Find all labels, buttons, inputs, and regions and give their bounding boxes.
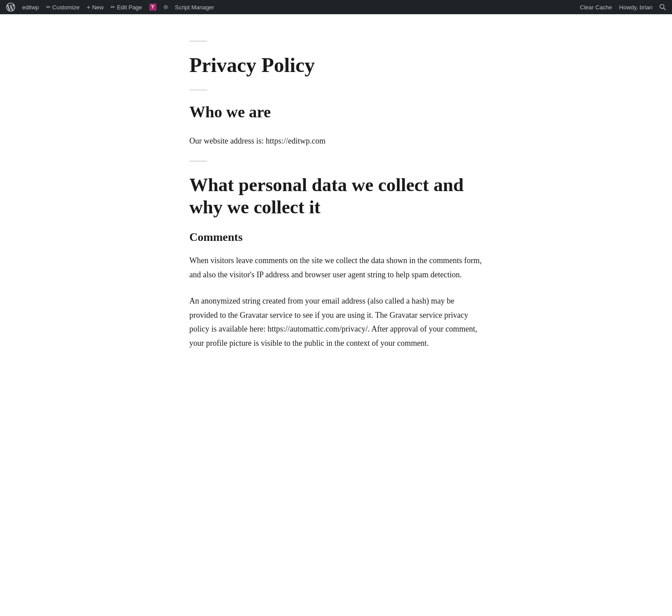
search-button[interactable] — [656, 0, 669, 14]
who-we-are-heading: Who we are — [189, 103, 483, 122]
content-area: Privacy Policy Who we are Our website ad… — [172, 41, 500, 350]
script-manager-label: Script Manager — [175, 4, 214, 11]
personal-data-heading: What personal data we collect and why we… — [189, 174, 483, 219]
new-icon: + — [87, 4, 90, 11]
clear-cache-label: Clear Cache — [580, 4, 612, 11]
comments-text-2: An anonymized string created from your e… — [189, 294, 483, 350]
new-label: New — [92, 4, 104, 11]
edit-icon: ✏ — [111, 4, 115, 10]
yoast-seo-link[interactable]: Y — [146, 0, 160, 14]
script-manager-link[interactable]: Script Manager — [172, 0, 218, 14]
yoast-icon: Y — [149, 4, 156, 11]
svg-point-0 — [660, 4, 664, 8]
customize-label: Customize — [52, 4, 80, 11]
admin-bar: editwp ✏ Customize + New ✏ Edit Page Y S… — [0, 0, 672, 14]
who-we-are-text: Our website address is: https://editwp.c… — [189, 134, 483, 148]
site-name-link[interactable]: editwp — [19, 0, 43, 14]
new-content-link[interactable]: + New — [83, 0, 107, 14]
customize-icon: ✏ — [46, 4, 51, 10]
wp-logo[interactable] — [3, 0, 19, 14]
comments-subheading: Comments — [189, 231, 483, 244]
status-dot-link[interactable] — [160, 0, 172, 14]
edit-page-link[interactable]: ✏ Edit Page — [107, 0, 145, 14]
howdy-link[interactable]: Howdy, brian — [616, 0, 656, 14]
admin-bar-right: Clear Cache Howdy, brian — [576, 0, 669, 14]
howdy-label: Howdy, brian — [619, 4, 652, 11]
edit-page-label: Edit Page — [117, 4, 142, 11]
clear-cache-link[interactable]: Clear Cache — [576, 0, 616, 14]
page-title: Privacy Policy — [189, 54, 483, 77]
who-we-are-divider — [189, 90, 207, 90]
status-dot-icon — [164, 5, 168, 9]
site-name-label: editwp — [22, 4, 39, 11]
personal-data-divider — [189, 161, 207, 161]
svg-line-1 — [664, 8, 666, 10]
title-divider — [189, 41, 207, 41]
page-wrapper: Privacy Policy Who we are Our website ad… — [0, 14, 672, 389]
customize-link[interactable]: ✏ Customize — [43, 0, 83, 14]
comments-text-1: When visitors leave comments on the site… — [189, 254, 483, 282]
